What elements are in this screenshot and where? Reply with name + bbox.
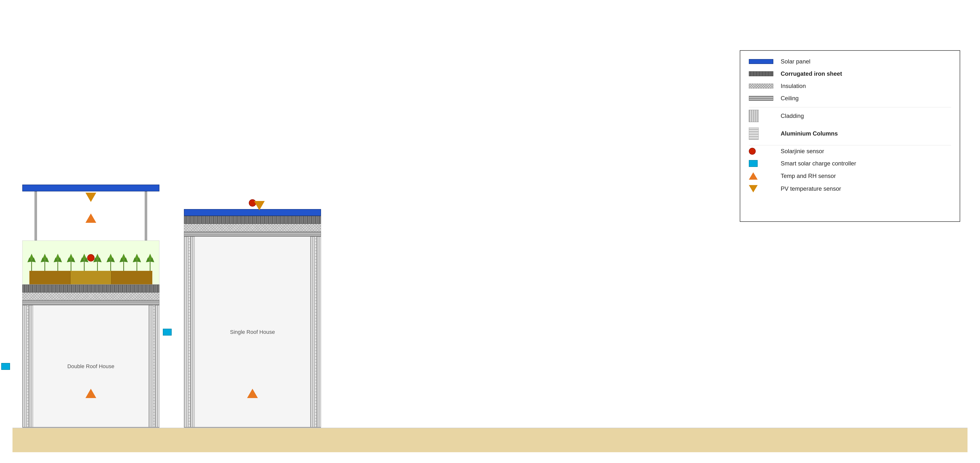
legend-cladding-swatch (749, 110, 759, 122)
legend-corrugated-swatch (749, 71, 773, 76)
roof-pillar-left (35, 192, 37, 240)
legend-symbol-aluminium (749, 128, 776, 140)
legend-label-solar-panel: Solar panel (781, 58, 810, 65)
house-body-double: Double Roof House (22, 305, 159, 428)
single-roof-label: Single Roof House (230, 329, 275, 335)
legend: Solar panel Corrugated iron sheet Insula… (740, 50, 960, 222)
cladding-inner-left-single (190, 236, 195, 428)
legend-aluminium-swatch (749, 128, 759, 140)
double-roof-house: Double Roof House (22, 185, 159, 428)
legend-solar-panel-swatch (749, 59, 773, 64)
ground (13, 428, 967, 452)
legend-divider-1 (749, 107, 951, 107)
legend-item-temp-rh: Temp and RH sensor (749, 172, 951, 180)
cladding-inner-right-single (310, 236, 315, 428)
floor-line-double (22, 427, 159, 428)
wall-left-double (22, 305, 33, 428)
interior-single: Single Roof House (195, 236, 310, 428)
cladding-inner-right-double (149, 305, 153, 428)
plant (40, 251, 49, 271)
legend-symbol-solarjinie (749, 148, 776, 155)
legend-symbol-smart-controller (749, 160, 776, 167)
planter-box (29, 271, 152, 284)
legend-symbol-insulation (749, 84, 776, 88)
plants-area (22, 240, 159, 284)
insulation-strip-double (22, 292, 159, 300)
plant (80, 251, 89, 271)
aluminium-col-right-double (153, 305, 155, 428)
plant (27, 251, 36, 271)
pv-temp-sensor-double (86, 193, 96, 202)
interior-double: Double Roof House (33, 305, 149, 428)
plant (106, 251, 115, 271)
cladding-inner-left-double (29, 305, 33, 428)
legend-item-aluminium: Aluminium Columns (749, 128, 951, 140)
cladding-right-double (155, 305, 159, 428)
aluminium-col-right-single (315, 236, 317, 428)
aluminium-col-left-double (27, 305, 29, 428)
legend-ceiling-swatch (749, 96, 773, 101)
temp-rh-sensor-upper-double (86, 214, 96, 223)
legend-label-insulation: Insulation (781, 83, 806, 89)
legend-label-temp-rh: Temp and RH sensor (781, 172, 836, 179)
legend-symbol-solar-panel (749, 59, 776, 64)
plant (66, 251, 76, 271)
legend-solarjinie-swatch (749, 148, 756, 155)
solar-panel-double (22, 185, 159, 192)
plant (145, 251, 155, 271)
corrugated-strip-double (22, 284, 159, 292)
legend-item-cladding: Cladding (749, 110, 951, 122)
legend-label-pv-temp: PV temperature sensor (781, 185, 841, 192)
legend-symbol-pv-temp (749, 185, 776, 192)
cladding-right-single (317, 236, 321, 428)
legend-label-solarjinie: Solarjinie sensor (781, 148, 824, 155)
insulation-strip-single (184, 224, 321, 232)
cladding-left-single (184, 236, 188, 428)
plant (119, 251, 128, 271)
plants-row (22, 251, 159, 271)
plant (93, 251, 102, 271)
house-body-single: Single Roof House (184, 236, 321, 428)
lower-roof-layers (22, 284, 159, 305)
legend-temp-rh-swatch (749, 172, 758, 180)
ceiling-strip-single (184, 232, 321, 236)
ceiling-strip-double (22, 300, 159, 305)
solar-panel-single (184, 209, 321, 216)
legend-label-corrugated: Corrugated iron sheet (781, 70, 842, 77)
pv-temp-sensor-single (254, 201, 265, 210)
plant (53, 251, 62, 271)
legend-label-cladding: Cladding (781, 112, 804, 119)
legend-symbol-ceiling (749, 96, 776, 101)
wall-left-single (184, 236, 195, 428)
temp-rh-sensor-single-interior (247, 389, 258, 398)
wall-right-single (310, 236, 321, 428)
legend-item-solarjinie: Solarjinie sensor (749, 148, 951, 155)
legend-label-smart-controller: Smart solar charge controller (781, 160, 856, 167)
legend-item-ceiling: Ceiling (749, 95, 951, 102)
legend-label-ceiling: Ceiling (781, 95, 799, 102)
cladding-left-double (22, 305, 27, 428)
legend-item-corrugated: Corrugated iron sheet (749, 70, 951, 77)
roof-layers-single (184, 216, 321, 236)
upper-roof-structure (22, 185, 159, 284)
legend-item-insulation: Insulation (749, 83, 951, 89)
legend-pv-temp-swatch (749, 185, 758, 192)
legend-item-pv-temp: PV temperature sensor (749, 185, 951, 192)
floor-line-single (184, 427, 321, 428)
legend-controller-swatch (749, 160, 758, 167)
corrugated-strip-single (184, 216, 321, 224)
plant (132, 251, 142, 271)
legend-symbol-corrugated (749, 71, 776, 76)
temp-rh-sensor-double-interior (86, 389, 96, 398)
legend-item-smart-controller: Smart solar charge controller (749, 160, 951, 167)
legend-label-aluminium: Aluminium Columns (781, 130, 838, 137)
main-container: Double Roof House (13, 11, 967, 452)
double-roof-label: Double Roof House (67, 363, 115, 370)
legend-symbol-temp-rh (749, 172, 776, 180)
legend-item-solar-panel: Solar panel (749, 58, 951, 65)
aluminium-col-left-single (188, 236, 190, 428)
roof-pillar-right (145, 192, 147, 240)
single-roof-house: Single Roof House (184, 209, 321, 428)
legend-insulation-swatch (749, 84, 773, 88)
legend-divider-2 (749, 145, 951, 145)
